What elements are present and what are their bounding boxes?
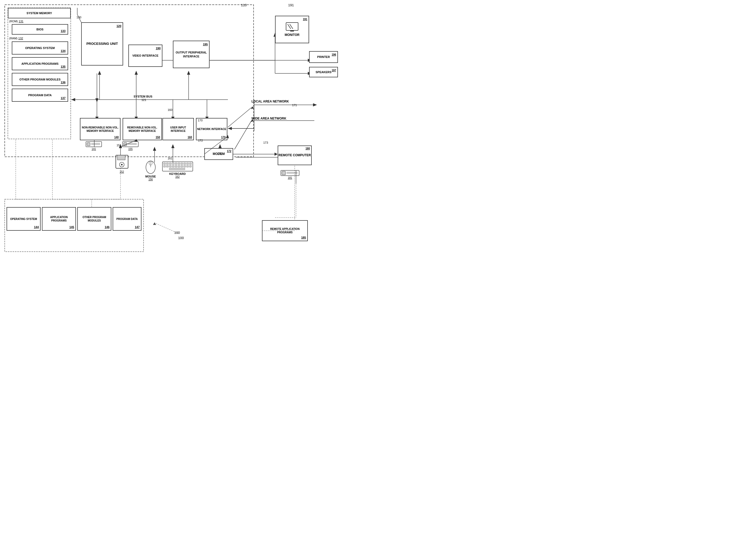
user-input-label: USER INPUT INTERFACE: [163, 126, 193, 133]
speakers-box: SPEAKERS 197: [309, 67, 338, 77]
program-data-bottom-box: PROGRAM DATA 147: [113, 207, 142, 231]
svg-rect-68: [169, 163, 171, 165]
svg-rect-99: [124, 143, 127, 146]
svg-rect-66: [163, 163, 166, 165]
svg-marker-117: [251, 106, 254, 109]
non-removable-label: NON-REMOVABLE NON-VOL. MEMORY INTERFACE: [80, 126, 120, 133]
operating-system-box: OPERATING SYSTEM 134: [12, 42, 68, 55]
ref-160-label: 160: [168, 108, 172, 111]
svg-point-93: [121, 164, 122, 165]
remote-computer-box: REMOTE COMPUTER 180: [278, 146, 312, 165]
user-input-box: USER INPUT INTERFACE 160: [162, 118, 194, 140]
svg-rect-95: [87, 143, 90, 146]
svg-marker-6: [95, 98, 98, 102]
speakers-ref: 197: [332, 69, 336, 72]
hdd-icon: [85, 141, 102, 148]
svg-marker-33: [313, 103, 317, 106]
lan-ref: 171: [292, 103, 297, 107]
svg-rect-67: [166, 163, 169, 165]
hdd-ref: 141: [92, 148, 96, 151]
os-ref: 134: [61, 49, 66, 53]
floppy-ref: 152: [120, 170, 124, 173]
video-interface-box: VIDEO INTERFACE 190: [128, 44, 162, 67]
speakers-label: SPEAKERS: [316, 70, 332, 74]
printer-label: PRINTER: [317, 55, 330, 59]
cd-ref: 155: [128, 148, 133, 151]
svg-rect-76: [163, 165, 166, 167]
system-bus-label: SYSTEM BUS: [134, 95, 152, 98]
program-data-bottom-ref: 147: [135, 225, 140, 229]
video-interface-ref: 190: [156, 46, 161, 50]
app-programs-bottom-label: APPLICATION PROGRAMS: [42, 215, 75, 222]
remote-app-programs-ref: 185: [301, 236, 306, 239]
output-peripheral-label: OUTPUT PERIPHERAL INTERFACE: [174, 51, 209, 58]
non-removable-ref: 140: [114, 135, 119, 139]
app-programs-bottom-ref: 145: [69, 225, 74, 229]
diagram: 110 191 100 SYSTEM MEMORY (ROM) 131 BIOS…: [0, 0, 378, 267]
svg-rect-103: [282, 171, 285, 175]
remote-hdd-icon: [280, 170, 300, 177]
program-data-label: PROGRAM DATA: [28, 93, 52, 97]
app-programs-ref: 135: [61, 65, 66, 69]
system-memory-label: SYSTEM MEMORY: [26, 11, 52, 15]
network-interface-ref: 170: [221, 135, 226, 139]
svg-marker-109: [275, 153, 278, 156]
svg-line-114: [234, 121, 252, 150]
monitor-box: MONITOR 191: [275, 16, 309, 43]
ref-130: 130: [76, 16, 81, 19]
removable-label: REMOVABLE NON-VOL. MEMORY INTERFACE: [123, 126, 161, 133]
cd-area: 155: [120, 141, 141, 151]
svg-marker-4: [98, 71, 101, 75]
svg-marker-41: [171, 144, 175, 148]
floppy-area: 152: [111, 155, 132, 173]
keyboard-ref: 162: [175, 175, 180, 178]
svg-rect-86: [169, 168, 185, 170]
user-input-ref: 160: [188, 135, 192, 139]
processing-unit-label: PROCESSING UNIT: [87, 42, 118, 46]
os-bottom-box: OPERATING SYSTEM 144: [7, 207, 40, 231]
keyboard-icon: [162, 161, 193, 172]
ref-173: 173: [263, 141, 268, 144]
other-modules-bottom-label: OTHER PROGRAM MODULES: [78, 215, 111, 222]
svg-marker-36: [219, 144, 222, 148]
floppy-icon: [115, 155, 129, 170]
printer-box: PRINTER 196: [309, 51, 338, 63]
svg-rect-83: [184, 165, 186, 167]
svg-rect-75: [189, 163, 192, 165]
os-bottom-label: OPERATING SYSTEM: [10, 217, 37, 221]
remote-hdd-ref: 181: [288, 177, 292, 179]
mouse-area: MOUSE 156: [140, 157, 161, 181]
svg-marker-20: [71, 98, 75, 101]
processing-unit-ref: 120: [117, 24, 121, 28]
non-removable-box: NON-REMOVABLE NON-VOL. MEMORY INTERFACE …: [80, 118, 121, 140]
keyboard-area: KEYBOARD 162: [157, 161, 198, 178]
processing-unit-box: PROCESSING UNIT 120: [81, 22, 123, 66]
svg-rect-78: [169, 165, 171, 167]
svg-rect-72: [181, 163, 183, 165]
ref-100: 100: [178, 236, 184, 240]
mouse-icon: [145, 157, 157, 174]
svg-marker-60: [228, 127, 232, 130]
svg-rect-77: [166, 165, 169, 167]
lan-label: LOCAL AREA NETWORK: [252, 99, 289, 103]
system-bus-ref: 121: [142, 98, 146, 101]
other-modules-bottom-ref: 146: [105, 225, 110, 229]
os-bottom-ref: 144: [34, 225, 39, 229]
remote-app-programs-box: REMOTE APPLICATION PROGRAMS 185: [262, 220, 308, 241]
removable-ref: 150: [156, 135, 160, 139]
ref-191: 191: [288, 3, 294, 7]
output-peripheral-box: OUTPUT PERIPHERAL INTERFACE 195: [173, 41, 209, 68]
other-modules-label: OTHER PROGRAM MODULES: [19, 78, 61, 81]
cd-icon: [122, 141, 139, 148]
network-interface-label: NETWORK INTERFACE: [197, 127, 226, 131]
remote-hdd-area: 181: [278, 170, 302, 179]
program-data-box: PROGRAM DATA 137: [12, 89, 68, 102]
svg-rect-61: [286, 22, 298, 30]
hdd-area: 141: [83, 141, 104, 151]
svg-rect-81: [178, 165, 180, 167]
bios-label: BIOS: [37, 28, 43, 31]
mouse-label: MOUSE: [146, 175, 156, 178]
other-program-modules-box: OTHER PROGRAM MODULES 136: [12, 73, 68, 86]
application-programs-box: APPLICATION PROGRAMS 135: [12, 57, 68, 70]
printer-ref: 196: [332, 53, 336, 56]
